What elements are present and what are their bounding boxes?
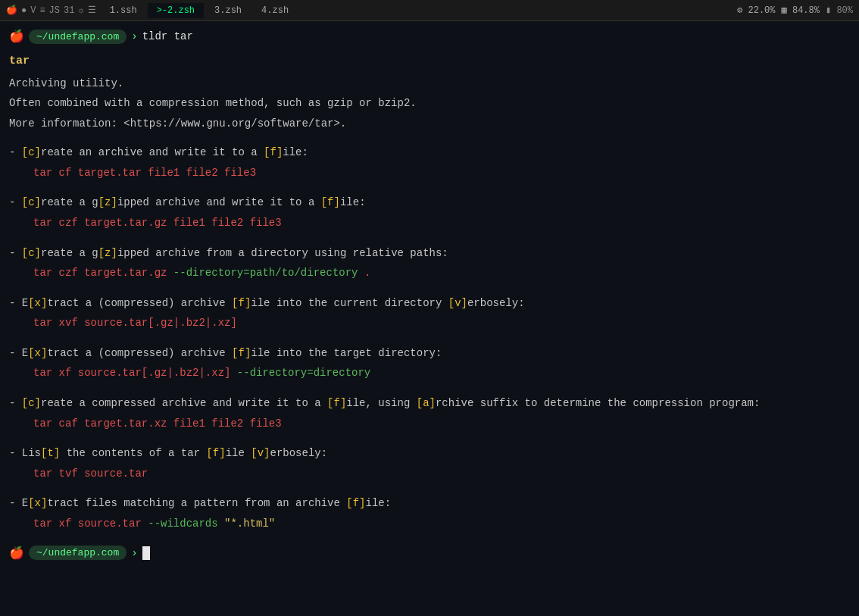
titlebar-left: 🍎 ● V ≡ JS 31 ☼ ☰ 1.ssh >-2.zsh 3.zsh 4.… [6, 3, 298, 18]
section-6-desc: - [c]reate a compressed archive and writ… [9, 395, 850, 411]
section-3-desc: - [c]reate a g[z]ipped archive from a di… [9, 245, 850, 261]
tab-4-zsh[interactable]: 4.zsh [252, 3, 298, 18]
section-5-code: tar xf source.tar[.gz|.bz2|.xz] --direct… [33, 364, 850, 383]
command-name: tar [9, 55, 850, 67]
section-1: - [c]reate an archive and write it to a … [9, 144, 850, 182]
tab-2-zsh[interactable]: >-2.zsh [148, 3, 204, 18]
section-7: - Lis[t] the contents of a tar [f]ile [v… [9, 445, 850, 483]
section-8-code: tar xf source.tar --wildcards "*.html" [33, 515, 850, 533]
section-7-code: tar tvf source.tar [33, 465, 850, 483]
section-8-desc: - E[x]tract files matching a pattern fro… [9, 495, 850, 511]
prompt-path: ~/undefapp.com [29, 30, 127, 44]
dot-icon: ● [21, 5, 27, 16]
top-prompt: 🍎 ~/undefapp.com › tldr tar [9, 29, 850, 44]
terminal-cursor [142, 546, 150, 560]
section-3-code: tar czf target.tar.gz --directory=path/t… [33, 264, 850, 283]
prompt-apple-icon: 🍎 [9, 29, 24, 44]
tab-3-zsh[interactable]: 3.zsh [205, 3, 251, 18]
grid-icon: ☰ [88, 5, 96, 16]
titlebar-tabs: 1.ssh >-2.zsh 3.zsh 4.zsh [101, 3, 298, 18]
section-3: - [c]reate a g[z]ipped archive from a di… [9, 245, 850, 283]
section-4-desc: - E[x]tract a (compressed) archive [f]il… [9, 295, 850, 311]
section-8: - E[x]tract files matching a pattern fro… [9, 495, 850, 533]
cpu-status: ⚙ 22.0% [737, 5, 775, 16]
tab-1-ssh[interactable]: 1.ssh [101, 3, 146, 18]
bottom-prompt-path: ~/undefapp.com [29, 546, 127, 560]
battery-status: ▮ 80% [826, 5, 853, 16]
apple-icon: 🍎 [6, 5, 17, 16]
memory-status: ▦ 84.8% [782, 5, 820, 16]
brightness-icon: ☼ [78, 5, 83, 16]
js-icon: JS [49, 5, 60, 16]
prompt-command: tldr tar [142, 30, 193, 42]
v-icon: V [30, 5, 36, 16]
menu-icon: ≡ [39, 5, 45, 16]
section-7-desc: - Lis[t] the contents of a tar [f]ile [v… [9, 445, 850, 461]
section-5-desc: - E[x]tract a (compressed) archive [f]il… [9, 345, 850, 361]
num-icon: 31 [64, 5, 74, 16]
section-1-desc: - [c]reate an archive and write it to a … [9, 144, 850, 161]
bottom-prompt: 🍎 ~/undefapp.com › [9, 546, 850, 561]
titlebar-icons: 🍎 ● V ≡ JS 31 ☼ ☰ [6, 5, 96, 16]
section-5: - E[x]tract a (compressed) archive [f]il… [9, 345, 850, 383]
prompt-arrow-icon: › [131, 30, 137, 42]
bottom-arrow-icon: › [131, 547, 137, 559]
section-6-code: tar caf target.tar.xz file1 file2 file3 [33, 415, 850, 433]
bottom-apple-icon: 🍎 [9, 546, 24, 561]
desc-line-1: Archiving utility. [9, 75, 850, 92]
titlebar-right: ⚙ 22.0% ▦ 84.8% ▮ 80% [737, 5, 853, 16]
section-1-code: tar cf target.tar file1 file2 file3 [33, 164, 850, 183]
desc-line-2: Often combined with a compression method… [9, 95, 850, 111]
desc-line-3: More information: <https://www.gnu.org/s… [9, 115, 850, 132]
section-4: - E[x]tract a (compressed) archive [f]il… [9, 295, 850, 333]
section-4-code: tar xvf source.tar[.gz|.bz2|.xz] [33, 314, 850, 333]
section-2-desc: - [c]reate a g[z]ipped archive and write… [9, 194, 850, 211]
section-2-code: tar czf target.tar.gz file1 file2 file3 [33, 214, 850, 233]
titlebar: 🍎 ● V ≡ JS 31 ☼ ☰ 1.ssh >-2.zsh 3.zsh 4.… [0, 0, 859, 21]
terminal-body: 🍎 ~/undefapp.com › tldr tar tar Archivin… [0, 21, 859, 616]
section-2: - [c]reate a g[z]ipped archive and write… [9, 194, 850, 232]
section-6: - [c]reate a compressed archive and writ… [9, 395, 850, 433]
